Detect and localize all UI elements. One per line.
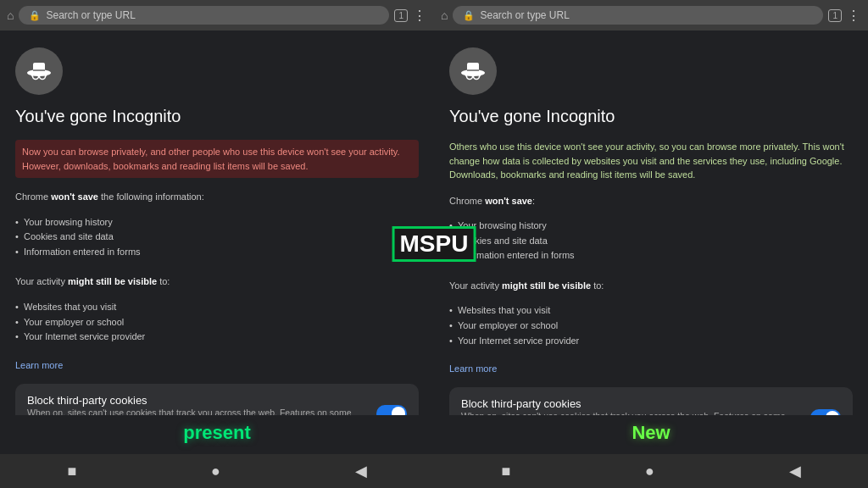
right-menu-dots[interactable]: ⋮ — [847, 8, 861, 24]
svg-rect-1 — [33, 63, 45, 73]
list-item: Information entered in forms — [449, 248, 853, 263]
right-might-visible-list: Websites that you visit Your employer or… — [449, 303, 853, 348]
right-might-visible-label: Your activity might still be visible to: — [449, 279, 853, 294]
left-panel: ⌂ 🔒 Search or type URL 1 ⋮ — [0, 0, 434, 488]
right-cookie-title: Block third-party cookies — [461, 397, 804, 410]
left-wont-save-label: Chrome won't save the following informat… — [15, 190, 419, 205]
left-nav-back[interactable]: ◀ — [355, 462, 367, 480]
right-url-bar[interactable]: 🔒 Search or type URL — [453, 6, 823, 25]
svg-rect-9 — [467, 63, 479, 73]
right-incognito-hat — [449, 47, 497, 95]
right-hat-svg — [458, 56, 488, 86]
list-item: Websites that you visit — [449, 303, 853, 319]
left-cookie-row: Block third-party cookies When on, sites… — [27, 394, 407, 415]
right-learn-more[interactable]: Learn more — [449, 363, 853, 374]
left-menu-dots[interactable]: ⋮ — [413, 8, 427, 24]
list-item: Your employer or school — [449, 319, 853, 334]
left-nav-square[interactable]: ■ — [67, 463, 76, 480]
list-item: Websites that you visit — [15, 300, 419, 315]
right-content: You've gone Incognito Others who use thi… — [434, 30, 868, 415]
left-cookie-text: Block third-party cookies When on, sites… — [27, 394, 370, 415]
left-toggle-knob — [392, 407, 405, 415]
left-nav-circle[interactable]: ● — [211, 463, 220, 480]
main-container: ⌂ 🔒 Search or type URL 1 ⋮ — [0, 0, 868, 488]
right-nav-back[interactable]: ◀ — [789, 462, 801, 480]
list-item: Your employer or school — [15, 315, 419, 330]
right-wont-save-list: Your browsing history Cookies and site d… — [449, 219, 853, 263]
list-item: Your browsing history — [449, 219, 853, 234]
right-cookie-box: Block third-party cookies When on, sites… — [449, 387, 853, 415]
left-home-icon[interactable]: ⌂ — [7, 8, 14, 22]
right-nav-circle[interactable]: ● — [645, 463, 654, 480]
right-intro-text: Others who use this device won't see you… — [449, 140, 853, 182]
right-label-bar: New — [434, 415, 868, 454]
list-item: Information entered in forms — [15, 245, 419, 260]
right-cookie-text: Block third-party cookies When on, sites… — [461, 397, 804, 415]
left-incognito-icon: 🔒 — [29, 10, 41, 21]
right-label: New — [632, 422, 670, 444]
svg-line-7 — [46, 75, 47, 76]
list-item: Cookies and site data — [449, 234, 853, 249]
svg-line-6 — [31, 75, 33, 76]
right-tab-count[interactable]: 1 — [828, 9, 842, 22]
left-tab-count[interactable]: 1 — [394, 9, 408, 22]
left-cookie-desc: When on, sites can't use cookies that tr… — [27, 407, 370, 415]
left-incognito-hat — [15, 47, 63, 95]
svg-line-14 — [465, 75, 467, 76]
left-cookie-title: Block third-party cookies — [27, 394, 370, 407]
left-url-bar[interactable]: 🔒 Search or type URL — [19, 6, 389, 25]
left-label-bar: present — [0, 415, 434, 454]
list-item: Your browsing history — [15, 215, 419, 230]
left-browser-bar: ⌂ 🔒 Search or type URL 1 ⋮ — [0, 0, 434, 30]
left-content: You've gone Incognito Now you can browse… — [0, 30, 434, 415]
left-hat-svg — [24, 56, 54, 86]
list-item: Cookies and site data — [15, 230, 419, 245]
svg-rect-10 — [467, 69, 479, 71]
left-title: You've gone Incognito — [15, 107, 419, 126]
right-browser-bar: ⌂ 🔒 Search or type URL 1 ⋮ — [434, 0, 868, 30]
right-nav-square[interactable]: ■ — [501, 463, 510, 480]
left-wont-save-list: Your browsing history Cookies and site d… — [15, 215, 419, 260]
left-intro-text: Now you can browse privately, and other … — [15, 140, 419, 178]
left-cookie-box: Block third-party cookies When on, sites… — [15, 384, 419, 415]
left-learn-more[interactable]: Learn more — [15, 360, 419, 370]
left-cookie-toggle[interactable] — [376, 405, 407, 415]
left-url-text: Search or type URL — [46, 9, 135, 21]
right-title: You've gone Incognito — [449, 107, 853, 126]
right-incognito-icon: 🔒 — [463, 10, 475, 21]
right-wont-save-label: Chrome won't save: — [449, 194, 853, 209]
left-might-visible-list: Websites that you visit Your employer or… — [15, 300, 419, 345]
right-url-text: Search or type URL — [480, 9, 569, 21]
right-home-icon[interactable]: ⌂ — [441, 8, 448, 22]
left-label: present — [183, 422, 250, 444]
right-toggle-knob — [826, 411, 839, 416]
list-item: Your Internet service provider — [15, 330, 419, 345]
right-cookie-toggle[interactable] — [810, 409, 841, 416]
svg-line-15 — [480, 75, 481, 76]
left-might-visible-label: Your activity might still be visible to: — [15, 274, 419, 290]
list-item: Your Internet service provider — [449, 334, 853, 349]
right-cookie-row: Block third-party cookies When on, sites… — [461, 397, 841, 415]
right-nav-bar: ■ ● ◀ — [434, 454, 868, 488]
right-panel: ⌂ 🔒 Search or type URL 1 ⋮ — [434, 0, 868, 488]
left-nav-bar: ■ ● ◀ — [0, 454, 434, 488]
svg-rect-2 — [33, 69, 45, 71]
